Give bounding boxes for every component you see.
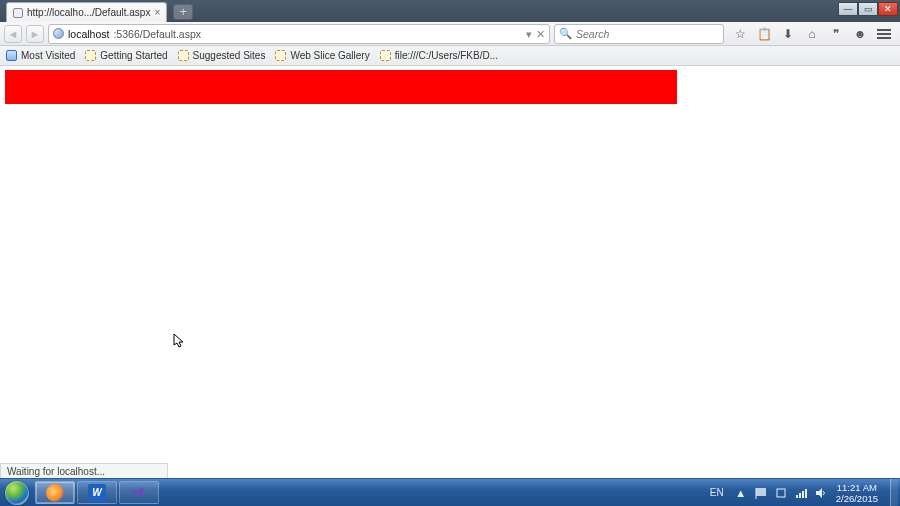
- search-icon: 🔍: [559, 27, 572, 40]
- svg-rect-5: [802, 491, 804, 498]
- nav-forward-button[interactable]: ►: [26, 25, 44, 43]
- clock-date: 2/26/2015: [836, 493, 878, 504]
- visual-studio-icon: [130, 484, 148, 502]
- bookmarks-toolbar: Most Visited Getting Started Suggested S…: [0, 46, 900, 66]
- window-maximize-button[interactable]: ▭: [858, 2, 878, 16]
- window-controls: — ▭ ✕: [838, 2, 898, 16]
- tray-overflow-icon[interactable]: ▲: [734, 486, 748, 500]
- svg-rect-6: [805, 489, 807, 498]
- search-input[interactable]: [576, 28, 719, 40]
- chat-icon[interactable]: ☻: [852, 26, 868, 42]
- tab-close-icon[interactable]: ×: [154, 7, 160, 18]
- browser-tab-strip: http://localho.../Default.aspx × + — ▭ ✕: [0, 0, 900, 22]
- red-banner-div: [5, 70, 677, 104]
- language-indicator[interactable]: EN: [706, 487, 728, 498]
- bookmark-icon: [6, 50, 17, 61]
- bookmark-label: Most Visited: [21, 50, 75, 61]
- tray-flag-icon[interactable]: [754, 486, 768, 500]
- downloads-icon[interactable]: ⬇: [780, 26, 796, 42]
- taskbar-word-button[interactable]: W: [77, 481, 117, 504]
- bookmark-label: Suggested Sites: [193, 50, 266, 61]
- site-identity-icon: [53, 28, 64, 39]
- windows-orb-icon: [5, 481, 29, 505]
- browser-navbar: ◄ ► localhost:5366/Default.aspx ▾ ✕ 🔍 ☆ …: [0, 22, 900, 46]
- bookmark-getting-started[interactable]: Getting Started: [85, 50, 167, 61]
- bookmark-file-link[interactable]: file:///C:/Users/FKB/D...: [380, 50, 498, 61]
- bookmark-icon: [178, 50, 189, 61]
- bookmark-icon: [275, 50, 286, 61]
- tray-network-icon[interactable]: [794, 486, 808, 500]
- firefox-icon: [46, 484, 64, 502]
- system-tray: EN ▲ 11:21 AM 2/26/2015: [706, 479, 900, 506]
- bookmark-most-visited[interactable]: Most Visited: [6, 50, 75, 61]
- clock-time: 11:21 AM: [836, 482, 878, 493]
- tab-title: http://localho.../Default.aspx: [27, 7, 150, 18]
- start-button[interactable]: [0, 479, 34, 506]
- toolbar-right-icons: ☆ 📋 ⬇ ⌂ ❞ ☻: [728, 26, 896, 42]
- svg-rect-2: [777, 489, 785, 497]
- svg-rect-4: [799, 493, 801, 498]
- page-content-area: Waiting for localhost...: [0, 66, 900, 478]
- status-text: Waiting for localhost...: [7, 466, 105, 477]
- mouse-cursor-icon: [173, 333, 185, 349]
- taskbar-firefox-button[interactable]: [35, 481, 75, 504]
- url-path: :5366/Default.aspx: [113, 28, 201, 40]
- new-tab-button[interactable]: +: [173, 4, 193, 20]
- show-desktop-button[interactable]: [890, 479, 898, 506]
- tray-volume-icon[interactable]: [814, 486, 828, 500]
- url-dropdown-icon[interactable]: ▾: [526, 28, 532, 40]
- svg-rect-0: [756, 488, 766, 496]
- menu-hamburger-icon[interactable]: [876, 26, 892, 42]
- bookmark-icon: [85, 50, 96, 61]
- taskbar-visualstudio-button[interactable]: [119, 481, 159, 504]
- bookmark-star-icon[interactable]: ☆: [732, 26, 748, 42]
- bookmark-label: file:///C:/Users/FKB/D...: [395, 50, 498, 61]
- word-icon: W: [88, 484, 106, 502]
- browser-tab-active[interactable]: http://localho.../Default.aspx ×: [6, 2, 167, 22]
- windows-taskbar: W EN ▲ 11:21 AM 2/26/2015: [0, 478, 900, 506]
- url-bar[interactable]: localhost:5366/Default.aspx ▾ ✕: [48, 24, 550, 44]
- svg-rect-3: [796, 495, 798, 498]
- bookmark-label: Web Slice Gallery: [290, 50, 369, 61]
- home-icon[interactable]: ⌂: [804, 26, 820, 42]
- bookmark-web-slice-gallery[interactable]: Web Slice Gallery: [275, 50, 369, 61]
- window-minimize-button[interactable]: —: [838, 2, 858, 16]
- url-host: localhost: [68, 28, 109, 40]
- tab-favicon: [13, 8, 23, 18]
- tray-action-center-icon[interactable]: [774, 486, 788, 500]
- window-close-button[interactable]: ✕: [878, 2, 898, 16]
- stop-reload-button[interactable]: ✕: [536, 28, 545, 40]
- nav-back-button[interactable]: ◄: [4, 25, 22, 43]
- clipboard-icon[interactable]: 📋: [756, 26, 772, 42]
- bookmark-label: Getting Started: [100, 50, 167, 61]
- browser-status-bar: Waiting for localhost...: [0, 463, 168, 478]
- taskbar-clock[interactable]: 11:21 AM 2/26/2015: [834, 480, 884, 506]
- pocket-icon[interactable]: ❞: [828, 26, 844, 42]
- bookmark-icon: [380, 50, 391, 61]
- search-bar[interactable]: 🔍: [554, 24, 724, 44]
- bookmark-suggested-sites[interactable]: Suggested Sites: [178, 50, 266, 61]
